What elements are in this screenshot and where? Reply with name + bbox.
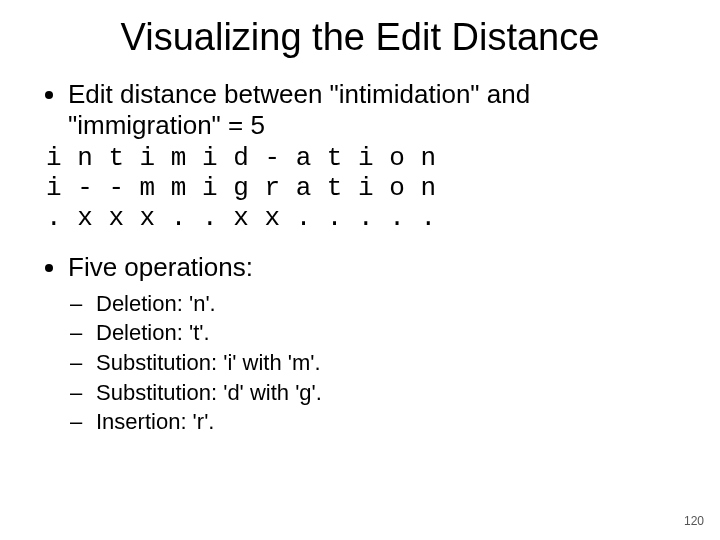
op-item: Deletion: 'n'.	[96, 289, 674, 319]
slide: Visualizing the Edit Distance Edit dista…	[0, 0, 720, 540]
page-number: 120	[684, 514, 704, 528]
page-title: Visualizing the Edit Distance	[46, 16, 674, 59]
main-list: Edit distance between "intimidation" and…	[46, 79, 674, 140]
op-item: Substitution: 'd' with 'g'.	[96, 378, 674, 408]
op-item: Insertion: 'r'.	[96, 407, 674, 437]
bullet-five-operations-label: Five operations:	[68, 252, 253, 282]
bullet-five-operations: Five operations: Deletion: 'n'. Deletion…	[68, 252, 674, 437]
operations-list: Five operations: Deletion: 'n'. Deletion…	[46, 252, 674, 437]
bullet-edit-distance: Edit distance between "intimidation" and…	[68, 79, 674, 140]
op-item: Substitution: 'i' with 'm'.	[96, 348, 674, 378]
op-item: Deletion: 't'.	[96, 318, 674, 348]
alignment-block: i n t i m i d - a t i o n i - - m m i g …	[46, 144, 674, 234]
operations-sublist: Deletion: 'n'. Deletion: 't'. Substituti…	[68, 289, 674, 437]
